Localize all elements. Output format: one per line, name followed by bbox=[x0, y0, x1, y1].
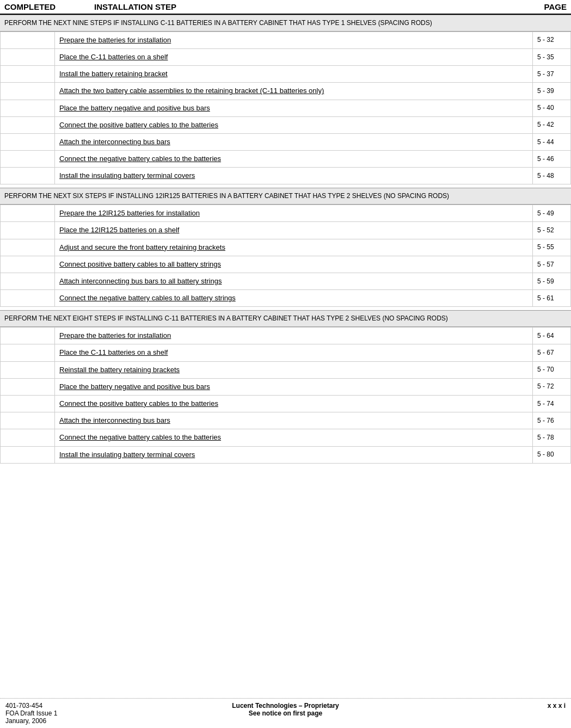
step-cell[interactable]: Connect the negative battery cables to t… bbox=[55, 429, 533, 446]
step-link[interactable]: Place the 12IR125 batteries on a shelf bbox=[59, 226, 179, 234]
page-cell: 5 - 64 bbox=[533, 328, 571, 344]
page-cell: 5 - 35 bbox=[533, 48, 571, 65]
section-header-2: PERFORM THE NEXT SIX STEPS IF INSTALLING… bbox=[0, 188, 571, 205]
table-row: Attach the interconnecting bus bars5 - 7… bbox=[1, 412, 571, 429]
checkbox-cell bbox=[1, 412, 55, 429]
table-row: Install the insulating battery terminal … bbox=[1, 168, 571, 184]
step-link[interactable]: Prepare the batteries for installation bbox=[59, 36, 171, 44]
page-cell: 5 - 37 bbox=[533, 66, 571, 83]
checkbox-cell bbox=[1, 83, 55, 100]
step-cell[interactable]: Attach the interconnecting bus bars bbox=[55, 133, 533, 150]
footer-page-number: x x x i bbox=[379, 702, 566, 710]
page-cell: 5 - 61 bbox=[533, 290, 571, 307]
table-row: Install the battery retaining bracket5 -… bbox=[1, 66, 571, 83]
table-row: Prepare the batteries for installation5 … bbox=[1, 328, 571, 344]
checkbox-cell bbox=[1, 429, 55, 446]
step-link[interactable]: Connect the negative battery cables to a… bbox=[59, 294, 236, 302]
header-page: PAGE bbox=[523, 2, 567, 11]
table-row: Place the battery negative and positive … bbox=[1, 378, 571, 395]
step-link[interactable]: Install the insulating battery terminal … bbox=[59, 171, 195, 180]
checkbox-cell bbox=[1, 168, 55, 184]
footer-doc-number: 401-703-454 bbox=[5, 702, 192, 710]
step-cell[interactable]: Adjust and secure the front battery reta… bbox=[55, 239, 533, 256]
table-row: Prepare the 12IR125 batteries for instal… bbox=[1, 205, 571, 222]
table-row: Connect the negative battery cables to t… bbox=[1, 151, 571, 168]
checkbox-cell bbox=[1, 344, 55, 361]
step-cell[interactable]: Install the battery retaining bracket bbox=[55, 66, 533, 83]
checkbox-cell bbox=[1, 100, 55, 116]
step-link[interactable]: Place the battery negative and positive … bbox=[59, 382, 210, 391]
checkbox-cell bbox=[1, 205, 55, 222]
step-cell[interactable]: Place the 12IR125 batteries on a shelf bbox=[55, 222, 533, 239]
step-link[interactable]: Connect the negative battery cables to t… bbox=[59, 155, 221, 163]
page-cell: 5 - 72 bbox=[533, 378, 571, 395]
page-cell: 5 - 80 bbox=[533, 446, 571, 463]
step-cell[interactable]: Prepare the 12IR125 batteries for instal… bbox=[55, 205, 533, 222]
step-link[interactable]: Place the battery negative and positive … bbox=[59, 104, 210, 112]
step-cell[interactable]: Prepare the batteries for installation bbox=[55, 328, 533, 344]
table-row: Place the battery negative and positive … bbox=[1, 100, 571, 116]
step-cell[interactable]: Reinstall the battery retaining brackets bbox=[55, 361, 533, 378]
table-row: Attach the interconnecting bus bars5 - 4… bbox=[1, 133, 571, 150]
main-content: PERFORM THE NEXT NINE STEPS IF INSTALLIN… bbox=[0, 15, 571, 510]
step-cell[interactable]: Place the battery negative and positive … bbox=[55, 378, 533, 395]
step-cell[interactable]: Attach the two battery cable assemblies … bbox=[55, 83, 533, 100]
step-link[interactable]: Prepare the batteries for installation bbox=[59, 331, 171, 340]
step-cell[interactable]: Place the battery negative and positive … bbox=[55, 100, 533, 116]
checkbox-cell bbox=[1, 32, 55, 48]
step-link[interactable]: Attach the two battery cable assemblies … bbox=[59, 87, 324, 95]
checkbox-cell bbox=[1, 133, 55, 150]
step-link[interactable]: Connect the positive battery cables to t… bbox=[59, 121, 218, 129]
table-row: Install the insulating battery terminal … bbox=[1, 446, 571, 463]
step-cell[interactable]: Connect the negative battery cables to t… bbox=[55, 151, 533, 168]
step-link[interactable]: Connect the positive battery cables to t… bbox=[59, 399, 218, 408]
checkbox-cell bbox=[1, 151, 55, 168]
step-link[interactable]: Adjust and secure the front battery reta… bbox=[59, 243, 225, 251]
page-cell: 5 - 46 bbox=[533, 151, 571, 168]
page-cell: 5 - 40 bbox=[533, 100, 571, 116]
checkbox-cell bbox=[1, 378, 55, 395]
step-link[interactable]: Connect positive battery cables to all b… bbox=[59, 260, 221, 268]
step-cell[interactable]: Place the C-11 batteries on a shelf bbox=[55, 48, 533, 65]
page-header: COMPLETED INSTALLATION STEP PAGE bbox=[0, 0, 571, 15]
footer-left: 401-703-454 FOA Draft Issue 1 January, 2… bbox=[5, 702, 192, 725]
page-cell: 5 - 42 bbox=[533, 116, 571, 133]
step-link[interactable]: Attach the interconnecting bus bars bbox=[59, 138, 170, 146]
table-row: Place the C-11 batteries on a shelf5 - 3… bbox=[1, 48, 571, 65]
step-link[interactable]: Place the C-11 batteries on a shelf bbox=[59, 53, 168, 61]
step-link[interactable]: Prepare the 12IR125 batteries for instal… bbox=[59, 209, 200, 217]
table-row: Connect the negative battery cables to t… bbox=[1, 429, 571, 446]
step-cell[interactable]: Prepare the batteries for installation bbox=[55, 32, 533, 48]
step-link[interactable]: Attach the interconnecting bus bars bbox=[59, 416, 170, 424]
step-cell[interactable]: Attach interconnecting bus bars to all b… bbox=[55, 273, 533, 290]
table-row: Connect the positive battery cables to t… bbox=[1, 116, 571, 133]
step-link[interactable]: Connect the negative battery cables to t… bbox=[59, 433, 221, 441]
steps-table-2: Prepare the 12IR125 batteries for instal… bbox=[0, 205, 571, 307]
step-cell[interactable]: Connect the positive battery cables to t… bbox=[55, 395, 533, 412]
step-cell[interactable]: Attach the interconnecting bus bars bbox=[55, 412, 533, 429]
step-cell[interactable]: Install the insulating battery terminal … bbox=[55, 446, 533, 463]
checkbox-cell bbox=[1, 116, 55, 133]
step-cell[interactable]: Connect positive battery cables to all b… bbox=[55, 256, 533, 273]
table-row: Connect the negative battery cables to a… bbox=[1, 290, 571, 307]
step-link[interactable]: Place the C-11 batteries on a shelf bbox=[59, 348, 168, 356]
checkbox-cell bbox=[1, 395, 55, 412]
step-link[interactable]: Reinstall the battery retaining brackets bbox=[59, 366, 180, 374]
checkbox-cell bbox=[1, 328, 55, 344]
step-cell[interactable]: Connect the positive battery cables to t… bbox=[55, 116, 533, 133]
checkbox-cell bbox=[1, 48, 55, 65]
checkbox-cell bbox=[1, 66, 55, 83]
step-link[interactable]: Attach interconnecting bus bars to all b… bbox=[59, 277, 222, 285]
table-row: Prepare the batteries for installation5 … bbox=[1, 32, 571, 48]
step-cell[interactable]: Install the insulating battery terminal … bbox=[55, 168, 533, 184]
step-cell[interactable]: Place the C-11 batteries on a shelf bbox=[55, 344, 533, 361]
table-row: Adjust and secure the front battery reta… bbox=[1, 239, 571, 256]
step-link[interactable]: Install the insulating battery terminal … bbox=[59, 451, 195, 459]
footer-center: Lucent Technologies – Proprietary See no… bbox=[192, 702, 379, 717]
table-row: Attach the two battery cable assemblies … bbox=[1, 83, 571, 100]
page-cell: 5 - 70 bbox=[533, 361, 571, 378]
checkbox-cell bbox=[1, 256, 55, 273]
step-link[interactable]: Install the battery retaining bracket bbox=[59, 70, 168, 78]
step-cell[interactable]: Connect the negative battery cables to a… bbox=[55, 290, 533, 307]
page-cell: 5 - 52 bbox=[533, 222, 571, 239]
